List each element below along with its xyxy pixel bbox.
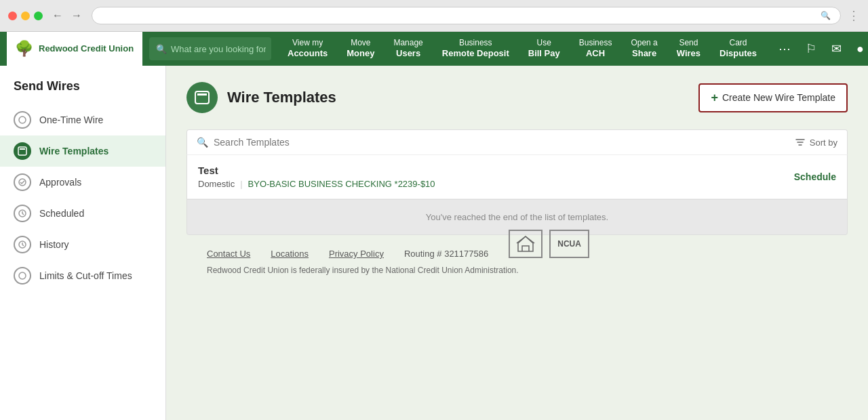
equal-housing-icon: [515, 234, 536, 254]
sidebar-item-history[interactable]: History: [0, 229, 165, 260]
nav-item-users[interactable]: ManageUsers: [384, 32, 432, 66]
template-info: Test Domestic | BYO-BASIC BUSINESS CHECK…: [198, 165, 435, 189]
nav-items: View myAccounts MoveMoney ManageUsers Bu…: [278, 32, 766, 66]
global-search-input[interactable]: [171, 44, 266, 54]
table-row: Test Domestic | BYO-BASIC BUSINESS CHECK…: [187, 155, 847, 199]
browser-nav-arrows: ← →: [50, 8, 85, 23]
global-search-bar[interactable]: 🔍: [149, 37, 271, 60]
nav-item-accounts[interactable]: View myAccounts: [278, 32, 337, 66]
ncua-logo: NCUA: [549, 230, 589, 258]
search-templates-icon: 🔍: [197, 137, 208, 148]
svg-rect-8: [197, 93, 207, 96]
minimize-button[interactable]: [21, 12, 30, 20]
svg-point-6: [19, 272, 26, 279]
nav-item-ach[interactable]: BusinessACH: [570, 32, 622, 66]
top-nav: 🌳 Redwood Credit Union 🔍 View myAccounts…: [0, 32, 868, 66]
footer-links: Contact Us Locations Privacy Policy Rout…: [207, 249, 827, 259]
locations-link[interactable]: Locations: [271, 249, 309, 259]
nav-item-wires[interactable]: SendWires: [667, 32, 710, 66]
search-icon: 🔍: [156, 44, 167, 54]
create-wire-template-button[interactable]: + Create New Wire Template: [698, 83, 848, 112]
sidebar-item-label: Scheduled: [39, 208, 84, 219]
filter-icon: [795, 137, 806, 148]
meta-divider: |: [240, 179, 242, 189]
nav-item-disputes[interactable]: CardDisputes: [710, 32, 766, 66]
logo-text: Redwood Credit Union: [39, 43, 134, 54]
sidebar-item-label: Approvals: [39, 177, 81, 188]
wire-templates-icon: [14, 142, 31, 160]
sidebar-item-label: One-Time Wire: [39, 114, 103, 125]
template-meta: Domestic | BYO-BASIC BUSINESS CHECKING *…: [198, 179, 435, 189]
nav-item-share[interactable]: Open aShare: [621, 32, 667, 66]
template-type: Domestic: [198, 179, 235, 189]
sidebar-item-one-time-wire[interactable]: One-Time Wire: [0, 104, 165, 135]
sort-by-label: Sort by: [810, 138, 837, 148]
page-title: Wire Templates: [227, 89, 336, 106]
template-list: Test Domestic | BYO-BASIC BUSINESS CHECK…: [186, 154, 848, 200]
sidebar: Send Wires One-Time Wire Wire Templates …: [0, 66, 166, 420]
one-time-wire-icon: [14, 111, 31, 129]
page-header: Wire Templates + Create New Wire Templat…: [186, 82, 848, 113]
nav-icons: ⋯ ⚐ ✉ ●: [766, 32, 868, 66]
svg-point-0: [19, 117, 26, 123]
footer: Contact Us Locations Privacy Policy Rout…: [186, 235, 848, 282]
create-button-label: Create New Wire Template: [722, 92, 835, 103]
more-options-button[interactable]: ⋯: [773, 37, 796, 60]
logo-icon: 🌳: [15, 40, 33, 58]
messages-button[interactable]: ✉: [826, 37, 847, 60]
approvals-icon: [14, 173, 31, 191]
url-bar[interactable]: 🔍: [92, 7, 841, 24]
url-search-icon: 🔍: [821, 11, 831, 20]
search-input-area: 🔍: [197, 137, 795, 148]
sidebar-item-scheduled[interactable]: Scheduled: [0, 198, 165, 229]
content-area: Wire Templates + Create New Wire Templat…: [166, 66, 868, 420]
nav-item-remote-deposit[interactable]: BusinessRemote Deposit: [433, 32, 519, 66]
sort-by-area[interactable]: Sort by: [795, 137, 837, 148]
equal-housing-logo: [509, 230, 542, 258]
traffic-lights: [8, 12, 43, 20]
nav-item-money[interactable]: MoveMoney: [337, 32, 384, 66]
sidebar-item-wire-templates[interactable]: Wire Templates: [0, 135, 165, 167]
forward-button[interactable]: →: [68, 8, 85, 23]
plus-icon: +: [711, 91, 718, 105]
sidebar-item-approvals[interactable]: Approvals: [0, 167, 165, 198]
sidebar-item-limits[interactable]: Limits & Cut-off Times: [0, 260, 165, 291]
fullscreen-button[interactable]: [34, 12, 43, 20]
main-layout: Send Wires One-Time Wire Wire Templates …: [0, 66, 868, 420]
page-icon: [186, 82, 218, 113]
search-filter-bar: 🔍 Sort by: [186, 129, 848, 154]
sidebar-item-label: History: [39, 239, 69, 250]
scheduled-icon: [14, 205, 31, 222]
search-templates-input[interactable]: [214, 137, 795, 148]
template-name: Test: [198, 165, 435, 176]
browser-chrome: ← → 🔍 ⋮: [0, 0, 868, 32]
nav-item-bill-pay[interactable]: UseBill Pay: [519, 32, 570, 66]
template-account: BYO-BASIC BUSINESS CHECKING *2239-$10: [248, 179, 435, 189]
history-icon: [14, 236, 31, 253]
svg-rect-2: [20, 148, 25, 150]
footer-logos: NCUA: [509, 230, 589, 258]
limits-icon: [14, 267, 31, 285]
footer-body-text: Redwood Credit Union is federally insure…: [207, 266, 827, 275]
privacy-policy-link[interactable]: Privacy Policy: [329, 249, 384, 259]
page-title-area: Wire Templates: [186, 82, 336, 113]
sidebar-item-label: Wire Templates: [39, 146, 108, 156]
schedule-button[interactable]: Schedule: [794, 171, 836, 182]
routing-number: Routing # 321177586: [404, 249, 488, 259]
sidebar-item-label: Limits & Cut-off Times: [39, 270, 132, 281]
back-button[interactable]: ←: [50, 8, 66, 23]
svg-rect-7: [195, 91, 209, 104]
sidebar-title: Send Wires: [0, 79, 165, 104]
notifications-button[interactable]: ⚐: [800, 37, 822, 60]
close-button[interactable]: [8, 12, 17, 20]
svg-rect-1: [18, 147, 26, 155]
account-button[interactable]: ●: [851, 38, 868, 60]
contact-us-link[interactable]: Contact Us: [207, 249, 250, 259]
browser-menu-icon[interactable]: ⋮: [848, 8, 860, 23]
logo-area: 🌳 Redwood Credit Union: [7, 32, 142, 66]
